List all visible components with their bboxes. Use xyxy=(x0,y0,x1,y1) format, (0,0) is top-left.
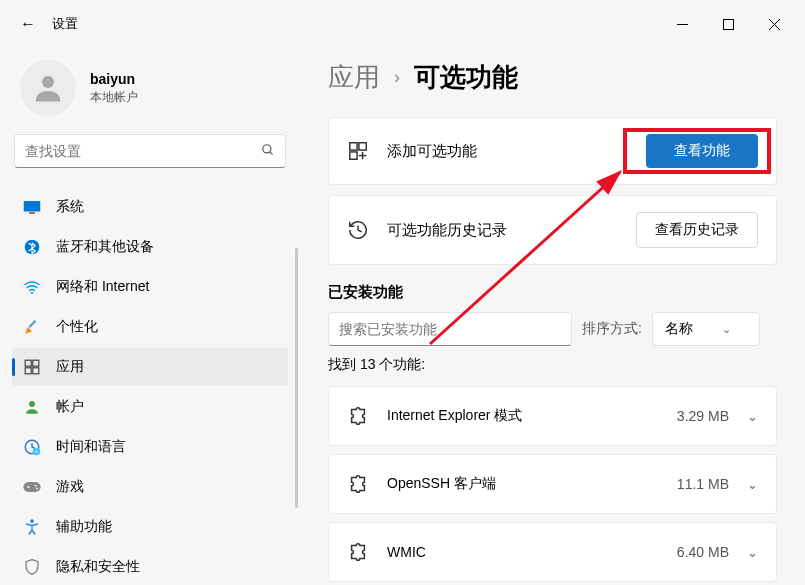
history-card: 可选功能历史记录 查看历史记录 xyxy=(328,195,777,265)
installed-search-input[interactable] xyxy=(328,312,572,346)
nav-label: 游戏 xyxy=(56,478,84,496)
search-icon xyxy=(261,143,275,160)
nav-item-system[interactable]: 系统 xyxy=(12,188,288,226)
maximize-button[interactable] xyxy=(705,8,751,40)
nav-item-gaming[interactable]: 游戏 xyxy=(12,468,288,506)
svg-point-10 xyxy=(31,292,33,294)
feature-item[interactable]: OpenSSH 客户端11.1 MB⌄ xyxy=(328,454,777,514)
titlebar: ← 设置 xyxy=(0,0,805,48)
svg-rect-24 xyxy=(350,143,357,150)
chevron-right-icon: › xyxy=(394,67,400,88)
view-history-button[interactable]: 查看历史记录 xyxy=(636,212,758,248)
feature-list: Internet Explorer 模式3.29 MB⌄OpenSSH 客户端1… xyxy=(328,386,777,582)
svg-point-16 xyxy=(29,401,35,407)
add-icon xyxy=(347,140,369,162)
nav-label: 隐私和安全性 xyxy=(56,558,140,576)
feature-size: 3.29 MB xyxy=(677,408,729,424)
svg-rect-19 xyxy=(23,482,40,492)
sort-label: 排序方式: xyxy=(582,320,642,338)
feature-name: Internet Explorer 模式 xyxy=(387,407,677,425)
profile-name: baiyun xyxy=(90,71,138,87)
svg-point-21 xyxy=(35,485,37,487)
scrollbar[interactable] xyxy=(295,248,298,508)
nav-label: 蓝牙和其他设备 xyxy=(56,238,154,256)
nav-list: 系统蓝牙和其他设备网络和 Internet个性化应用帐户时间和语言游戏辅助功能隐… xyxy=(12,188,288,585)
breadcrumb-current: 可选功能 xyxy=(414,60,518,95)
breadcrumb-parent[interactable]: 应用 xyxy=(328,60,380,95)
avatar xyxy=(20,60,76,116)
chevron-down-icon: ⌄ xyxy=(722,323,731,336)
close-button[interactable] xyxy=(751,8,797,40)
view-features-button[interactable]: 查看功能 xyxy=(646,134,758,168)
svg-rect-7 xyxy=(24,201,41,212)
installed-title: 已安装功能 xyxy=(328,283,777,302)
svg-point-4 xyxy=(42,76,54,88)
breadcrumb: 应用 › 可选功能 xyxy=(328,60,777,95)
time-icon xyxy=(22,437,42,457)
add-feature-card: 添加可选功能 查看功能 xyxy=(328,117,777,185)
nav-label: 时间和语言 xyxy=(56,438,126,456)
svg-point-18 xyxy=(33,448,41,456)
nav-item-apps[interactable]: 应用 xyxy=(12,348,288,386)
sort-value: 名称 xyxy=(665,320,693,338)
nav-item-accounts[interactable]: 帐户 xyxy=(12,388,288,426)
nav-item-bluetooth[interactable]: 蓝牙和其他设备 xyxy=(12,228,288,266)
feature-name: WMIC xyxy=(387,544,677,560)
apps-icon xyxy=(22,357,42,377)
nav-label: 应用 xyxy=(56,358,84,376)
system-icon xyxy=(22,197,42,217)
personalize-icon xyxy=(22,317,42,337)
chevron-down-icon: ⌄ xyxy=(747,409,758,424)
privacy-icon xyxy=(22,557,42,577)
svg-rect-1 xyxy=(723,19,733,29)
profile[interactable]: baiyun 本地帐户 xyxy=(12,52,288,134)
puzzle-icon xyxy=(347,541,369,563)
nav-label: 辅助功能 xyxy=(56,518,112,536)
nav-item-accessibility[interactable]: 辅助功能 xyxy=(12,508,288,546)
feature-name: OpenSSH 客户端 xyxy=(387,475,677,493)
svg-point-5 xyxy=(263,144,271,152)
installed-search-row: 排序方式: 名称 ⌄ xyxy=(328,312,777,346)
nav-label: 网络和 Internet xyxy=(56,278,149,296)
bluetooth-icon xyxy=(22,237,42,257)
svg-rect-13 xyxy=(33,360,39,366)
back-button[interactable]: ← xyxy=(8,4,48,44)
search-box[interactable] xyxy=(14,134,286,168)
nav-label: 系统 xyxy=(56,198,84,216)
found-count: 找到 13 个功能: xyxy=(328,356,777,374)
history-icon xyxy=(347,219,369,241)
search-input[interactable] xyxy=(25,143,261,159)
history-label: 可选功能历史记录 xyxy=(387,221,636,240)
svg-rect-14 xyxy=(25,368,31,374)
network-icon xyxy=(22,277,42,297)
nav-item-network[interactable]: 网络和 Internet xyxy=(12,268,288,306)
add-feature-label: 添加可选功能 xyxy=(387,142,646,161)
window-title: 设置 xyxy=(52,15,78,33)
svg-rect-26 xyxy=(350,152,357,159)
gaming-icon xyxy=(22,477,42,497)
svg-rect-15 xyxy=(33,368,39,374)
feature-size: 6.40 MB xyxy=(677,544,729,560)
accessibility-icon xyxy=(22,517,42,537)
sidebar: baiyun 本地帐户 系统蓝牙和其他设备网络和 Internet个性化应用帐户… xyxy=(0,48,300,585)
feature-item[interactable]: WMIC6.40 MB⌄ xyxy=(328,522,777,582)
feature-item[interactable]: Internet Explorer 模式3.29 MB⌄ xyxy=(328,386,777,446)
puzzle-icon xyxy=(347,405,369,427)
nav-label: 帐户 xyxy=(56,398,84,416)
nav-item-time[interactable]: 时间和语言 xyxy=(12,428,288,466)
svg-rect-12 xyxy=(25,360,31,366)
minimize-button[interactable] xyxy=(659,8,705,40)
nav-item-personalize[interactable]: 个性化 xyxy=(12,308,288,346)
svg-point-22 xyxy=(36,488,38,490)
svg-line-6 xyxy=(270,151,273,154)
svg-rect-11 xyxy=(28,320,36,328)
puzzle-icon xyxy=(347,473,369,495)
profile-type: 本地帐户 xyxy=(90,89,138,106)
svg-point-20 xyxy=(27,486,29,488)
nav-label: 个性化 xyxy=(56,318,98,336)
svg-rect-25 xyxy=(359,143,366,150)
content: 应用 › 可选功能 添加可选功能 查看功能 可选功能历史记录 查看历史记录 已安… xyxy=(300,48,805,585)
accounts-icon xyxy=(22,397,42,417)
nav-item-privacy[interactable]: 隐私和安全性 xyxy=(12,548,288,585)
sort-select[interactable]: 名称 ⌄ xyxy=(652,312,760,346)
